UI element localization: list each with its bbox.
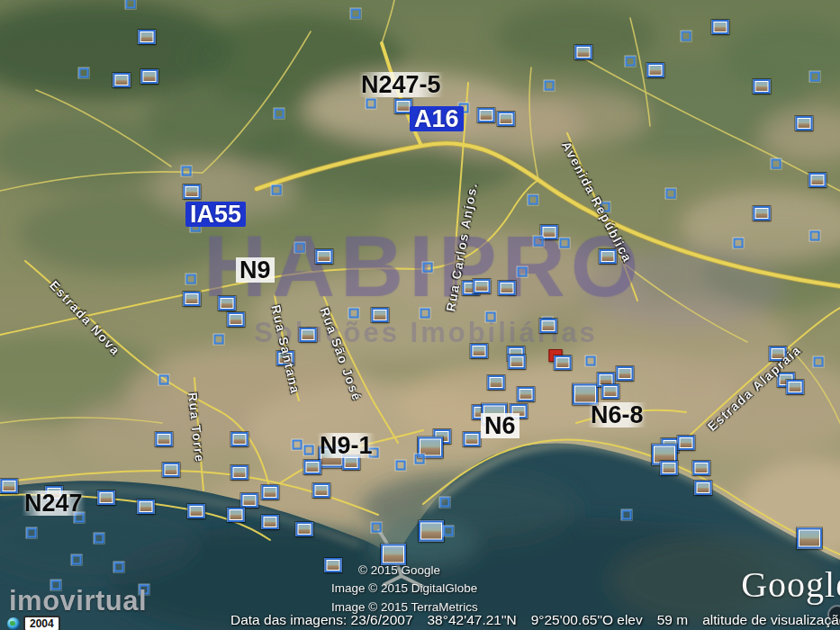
imagery-date: Data das imagens: 23/6/2007 bbox=[230, 612, 413, 628]
road-label-a16: A16 bbox=[410, 106, 464, 131]
street-label-rua-torre: Rua Torre bbox=[185, 392, 207, 464]
google-earth-viewport: HABIPRO Soluções Imobiliárias N247-5A16I… bbox=[0, 0, 840, 630]
year-badge-row: 2004 bbox=[7, 616, 60, 630]
view-altitude-label: altitude de visualização bbox=[702, 612, 840, 628]
elevation-value: 59 m bbox=[657, 612, 688, 628]
street-label-rua-santana: Rua Santana bbox=[268, 303, 303, 395]
copyright-google: © 2015 Google bbox=[331, 562, 478, 580]
street-label-estrada-alapraia: Estrada Alapraia bbox=[705, 342, 804, 434]
latitude-readout: 38°42'47.21"N bbox=[428, 612, 517, 628]
road-label-n9: N9 bbox=[236, 257, 275, 283]
road-label-n247-5: N247-5 bbox=[358, 72, 444, 97]
street-label-rua-carlos-anjos: Rua Carlos Anjos. bbox=[443, 181, 480, 312]
copyright-digitalglobe: Image © 2015 DigitalGlobe bbox=[331, 580, 478, 598]
longitude-elev-readout: 9°25'00.65"O elev bbox=[531, 612, 643, 628]
street-label-estrada-nova: Estrada Nova bbox=[47, 278, 123, 359]
road-label-n9-1: N9-1 bbox=[317, 433, 375, 458]
imovirtual-logo: imovirtual bbox=[9, 585, 147, 617]
year-badge: 2004 bbox=[23, 616, 60, 630]
road-label-n6-8: N6-8 bbox=[588, 402, 646, 428]
google-earth-logo: Google bbox=[741, 563, 840, 606]
road-label-n6: N6 bbox=[481, 413, 519, 438]
street-label-avenida-republica: Avenida República bbox=[559, 139, 636, 265]
road-label-n247: N247 bbox=[22, 490, 86, 516]
street-label-rua-sao-jose: Rua São José bbox=[317, 305, 365, 403]
road-label-a55: IA55 bbox=[185, 202, 246, 227]
map-label-layer: N247-5A16IA55N9N9-1N6N6-8N247Estrada Nov… bbox=[0, 0, 840, 630]
copyright-block: © 2015 Google Image © 2015 DigitalGlobe … bbox=[331, 562, 478, 616]
globe-icon bbox=[7, 617, 20, 630]
status-bar: Data das imagens: 23/6/2007 38°42'47.21"… bbox=[230, 612, 840, 628]
